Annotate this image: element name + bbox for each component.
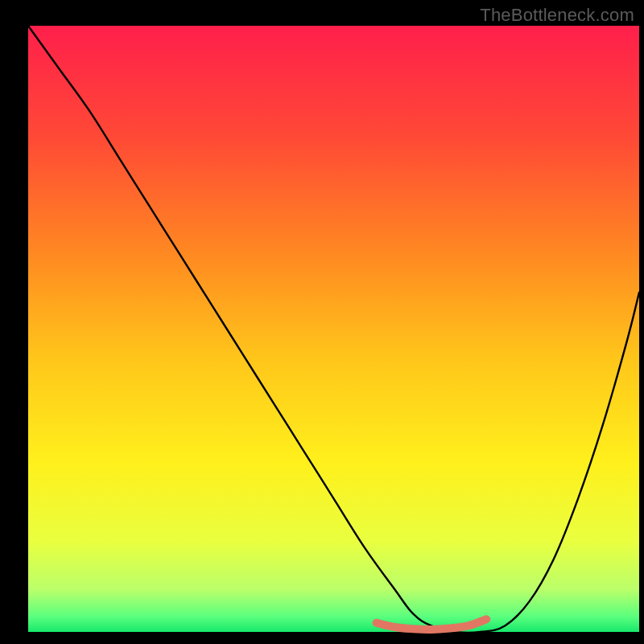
chart-svg bbox=[0, 0, 644, 644]
plot-background bbox=[28, 26, 639, 632]
chart-stage: TheBottleneck.com bbox=[0, 0, 644, 644]
